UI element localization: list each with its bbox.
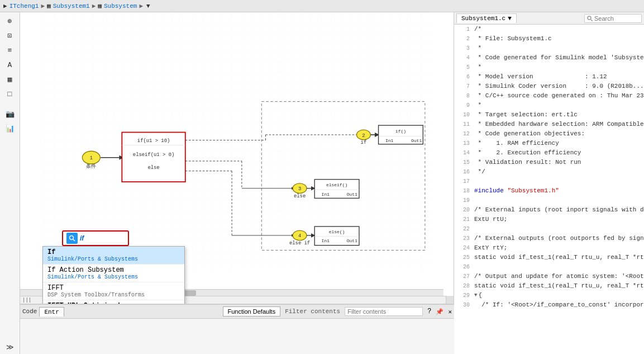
file-tab[interactable]: Subsystem1.c ▼	[456, 13, 517, 23]
svg-text:3: 3	[298, 186, 301, 192]
svg-text:Out1: Out1	[347, 192, 357, 197]
svg-text:In1: In1	[385, 138, 394, 143]
block-search-overlay[interactable]: if	[62, 230, 129, 246]
scrollbar-corner[interactable]	[446, 296, 454, 304]
code-line-2: 2 * File: Subsystem1.c	[454, 34, 644, 44]
main-container: ▶ ITcheng1 ▶ ▦ Subsystem1 ▶ ▦ Subsystem …	[0, 0, 644, 354]
code-line-11: 11 * Embedded hardware selection: ARM Co…	[454, 120, 644, 129]
code-line-4: 4 * Code generated for Simulink model 'S…	[454, 53, 644, 63]
code-line-12: 12 * Code generation objectives:	[454, 129, 644, 139]
svg-text:elseif(u1 > 0): elseif(u1 > 0)	[133, 152, 174, 158]
fit-all-button[interactable]: ≡	[2, 44, 18, 57]
svg-text:1: 1	[90, 155, 93, 161]
bottom-panel-content	[20, 319, 454, 354]
svg-text:else: else	[294, 193, 306, 199]
code-line-29[interactable]: 29 ▼ {	[454, 291, 644, 300]
block-search-input[interactable]: if	[80, 234, 125, 242]
breadcrumb-item-1[interactable]: ITcheng1	[9, 3, 39, 10]
screenshot-button[interactable]: 📷	[2, 107, 18, 121]
content-row: ⊕ ⊡ ≡ A ▦ □ 📷 📊 ≫	[0, 12, 644, 354]
zoom-in-button[interactable]: ⊕	[2, 15, 18, 28]
code-line-24: 24 ExtY rtY;	[454, 243, 644, 253]
code-line-28: 28 static void if_test_1(real_T rtu_u, r…	[454, 281, 644, 291]
collapse-icon: ▼	[474, 291, 477, 300]
svg-text:if(u1 > 10): if(u1 > 10)	[137, 138, 170, 144]
code-line-10: 10 * Target selection: ert.tlc	[454, 110, 644, 120]
search-result-if-action[interactable]: If Action Subsystem Simulink/Ports & Sub…	[43, 265, 184, 282]
svg-text:elseif(): elseif()	[326, 182, 347, 187]
svg-text:else(): else()	[329, 229, 345, 234]
breadcrumb-item-3[interactable]: Subsystem	[104, 3, 137, 10]
zoom-fit-button[interactable]: ⊡	[2, 29, 18, 43]
file-tab-label: Subsystem1.c	[461, 15, 505, 22]
block-button[interactable]: □	[2, 87, 18, 101]
code-line-16: 16 */	[454, 167, 644, 177]
bottom-panel: Code Entr Function Defaults Filter conte…	[20, 304, 454, 354]
code-search-input[interactable]	[594, 15, 639, 22]
pin-icon[interactable]: 📌	[436, 308, 443, 315]
code-panel: Subsystem1.c ▼ 1 /* 2	[454, 12, 644, 354]
bottom-tab-code[interactable]: Code	[22, 308, 37, 315]
svg-text:else if: else if	[289, 240, 310, 246]
code-line-25: 25 static void if_test_1(real_T rtu_u, r…	[454, 253, 644, 262]
code-line-30: 30 /* If: '<Root>/if_compare_to_const' i…	[454, 300, 644, 310]
code-line-6: 6 * Model version : 1.12	[454, 72, 644, 82]
code-line-18: 18 #include "Subsystem1.h"	[454, 186, 644, 196]
code-line-19: 19	[454, 196, 644, 205]
grid-button[interactable]: ▦	[2, 73, 18, 86]
code-line-22: 22	[454, 224, 644, 234]
svg-text:Out1: Out1	[411, 138, 422, 143]
code-line-21: 21 ExtU rtU;	[454, 215, 644, 224]
breadcrumb: ▶ ITcheng1 ▶ ▦ Subsystem1 ▶ ▦ Subsystem …	[0, 0, 644, 12]
breadcrumb-item-2[interactable]: Subsystem1	[53, 3, 90, 10]
code-line-27: 27 /* Output and update for atomic syste…	[454, 272, 644, 281]
bottom-tab-entr[interactable]: Entr	[39, 307, 64, 317]
close-icon[interactable]: ✕	[448, 308, 452, 315]
code-line-26: 26	[454, 262, 644, 272]
dropdown-arrow-icon: ▼	[508, 15, 512, 22]
code-line-3: 3 *	[454, 44, 644, 53]
search-result-if[interactable]: If Simulink/Ports & Subsystems	[43, 247, 184, 265]
code-line-9: 9 *	[454, 101, 644, 110]
search-execute-button[interactable]	[66, 233, 78, 244]
svg-text:if: if	[361, 140, 367, 145]
svg-point-48	[70, 236, 74, 240]
search-result-ifft[interactable]: IFFT DSP System Toolbox/Transforms	[43, 282, 184, 300]
svg-line-51	[591, 20, 593, 21]
code-line-17: 17	[454, 177, 644, 186]
code-editor[interactable]: 1 /* 2 * File: Subsystem1.c 3 * 4 * Code…	[454, 25, 644, 354]
svg-text:Out1: Out1	[347, 238, 357, 243]
help-icon[interactable]: ?	[427, 308, 431, 315]
search-results-dropdown: If Simulink/Ports & Subsystems If Action…	[42, 246, 185, 304]
filter-label: Filter contents	[285, 308, 340, 315]
breadcrumb-icon-3: ▦	[98, 2, 102, 10]
code-line-13: 13 * 1. RAM efficiency	[454, 139, 644, 148]
filter-contents-input[interactable]	[345, 307, 423, 316]
left-toolbar: ⊕ ⊡ ≡ A ▦ □ 📷 📊 ≫	[0, 12, 20, 354]
code-line-7: 7 * Simulink Coder version : 9.0 (R2018b…	[454, 82, 644, 91]
code-line-20: 20 /* External inputs (root inport signa…	[454, 205, 644, 215]
svg-text:if(): if()	[395, 129, 406, 134]
code-line-15: 15 * Validation result: Not run	[454, 158, 644, 167]
search-result-ifft-hdl1[interactable]: IFFT HDL Optimized DSP System Toolbox HD…	[43, 300, 184, 304]
code-line-1: 1 /*	[454, 25, 644, 34]
function-defaults-button[interactable]: Function Defaults	[223, 306, 281, 317]
search-icon	[587, 16, 593, 21]
svg-text:2: 2	[362, 133, 365, 139]
font-button[interactable]: A	[2, 58, 18, 72]
code-line-23: 23 /* External outputs (root outports fe…	[454, 234, 644, 243]
simulink-canvas-area[interactable]: 1 条件 if(u1 > 10) elseif(u1 > 0) else	[20, 12, 454, 304]
code-search-box[interactable]	[584, 14, 642, 23]
code-line-14: 14 * 2. Execution efficiency	[454, 148, 644, 158]
svg-line-49	[73, 239, 75, 241]
svg-text:In1: In1	[322, 238, 330, 243]
code-line-8: 8 * C/C++ source code generated on : Thu…	[454, 91, 644, 101]
breadcrumb-icon: ▶	[3, 2, 7, 10]
svg-text:条件: 条件	[86, 163, 96, 169]
chart-button[interactable]: 📊	[2, 122, 18, 135]
svg-text:In1: In1	[322, 192, 330, 197]
expand-button[interactable]: ≫	[2, 341, 18, 354]
breadcrumb-icon-2: ▦	[47, 2, 51, 10]
breadcrumb-expand: ▼	[146, 3, 150, 10]
svg-text:else: else	[147, 165, 159, 171]
